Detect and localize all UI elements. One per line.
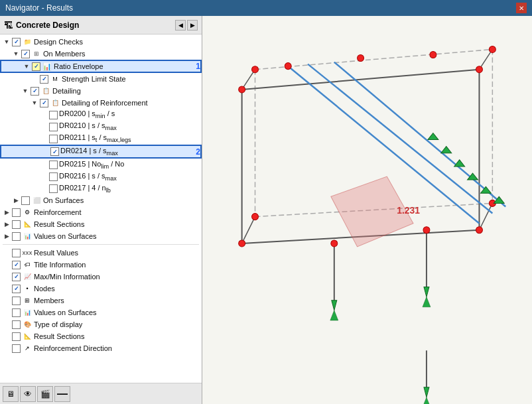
checkbox-members[interactable]: [12, 297, 21, 305]
tree-item-dr0214[interactable]: DR0214 | s / smax 2: [0, 145, 202, 159]
svg-point-34: [285, 63, 291, 70]
expand-dr0217: [40, 184, 48, 192]
result-sections2-icon: 📐: [22, 332, 33, 341]
tree-item-dr0217[interactable]: DR0217 | 4 / nlb: [0, 182, 202, 194]
checkbox-values-surfaces2[interactable]: [12, 308, 21, 317]
svg-point-29: [239, 86, 245, 93]
tree-item-dr0215[interactable]: DR0215 | Nolim / No: [0, 159, 202, 170]
label-values-surfaces2: Values on Surfaces: [34, 308, 202, 316]
checkbox-on-members[interactable]: [21, 50, 30, 58]
label-strength: Strength Limit State: [62, 75, 202, 83]
tree-item-reinforcement[interactable]: ⚙ Reinforcement: [0, 206, 202, 218]
expand-detailing[interactable]: [21, 87, 29, 95]
design-check-icon: 📊: [42, 62, 52, 71]
expand-on-members[interactable]: [12, 50, 20, 58]
expand-design-checks[interactable]: [3, 38, 11, 46]
svg-point-44: [423, 227, 430, 234]
tree-item-members[interactable]: ⊞ Members: [0, 295, 202, 306]
checkbox-ratio-envelope[interactable]: [32, 62, 40, 71]
strength-icon: M: [50, 74, 60, 84]
label-result-sections: Result Sections: [34, 220, 202, 228]
tree-item-type-display[interactable]: 🎨 Type of display: [0, 318, 202, 330]
expand-result-sections[interactable]: [3, 220, 11, 228]
tree-item-dr0216[interactable]: DR0216 | s / smax: [0, 170, 202, 182]
close-button[interactable]: ✕: [516, 3, 527, 13]
tree-item-title-info[interactable]: 🏷 Title Information: [0, 259, 202, 271]
tree-item-values-surfaces2[interactable]: 📊 Values on Surfaces: [0, 306, 202, 318]
checkbox-dr0211[interactable]: [49, 135, 58, 143]
checkbox-result-values[interactable]: [12, 249, 21, 257]
tree-item-on-surfaces[interactable]: ⬜ On Surfaces: [0, 194, 202, 206]
toolbar-video-button[interactable]: 🎬: [37, 386, 53, 402]
badge-2: 2: [196, 147, 200, 157]
label-values-surfaces: Values on Surfaces: [34, 232, 202, 240]
checkbox-nodes[interactable]: [12, 285, 21, 293]
label-reinf-direction: Reinforcement Direction: [34, 344, 202, 352]
tree-item-detailing[interactable]: 📋 Detailing: [0, 85, 202, 97]
expand-reinf-direction: [3, 344, 11, 352]
expand-on-surfaces[interactable]: [12, 196, 20, 204]
svg-point-32: [476, 227, 483, 234]
checkbox-on-surfaces[interactable]: [21, 196, 30, 205]
tree-item-detailing-reinf[interactable]: 📋 Detailing of Reinforcement: [0, 97, 202, 109]
panel-header: 🏗 Concrete Design ◀ ▶: [0, 16, 202, 34]
checkbox-dr0216[interactable]: [49, 172, 58, 181]
checkbox-detailing[interactable]: [31, 87, 39, 96]
label-dr0215: DR0215 | Nolim / No: [59, 160, 202, 170]
expand-values-surfaces[interactable]: [3, 232, 11, 240]
left-panel: 🏗 Concrete Design ◀ ▶ 📁 Design Checks ⊞: [0, 16, 202, 404]
toolbar-line-button[interactable]: —: [54, 386, 70, 402]
tree-item-dr0210[interactable]: DR0210 | s / smax: [0, 121, 202, 133]
checkbox-result-sections[interactable]: [12, 220, 21, 229]
toolbar-screen-button[interactable]: 🖥: [3, 386, 19, 402]
tree-item-design-checks[interactable]: 📁 Design Checks: [0, 36, 202, 48]
checkbox-dr0214[interactable]: [50, 147, 59, 156]
checkbox-dr0217[interactable]: [49, 184, 58, 193]
checkbox-design-checks[interactable]: [12, 38, 21, 46]
reinforcement-icon: ⚙: [22, 208, 33, 217]
expand-reinforcement[interactable]: [3, 208, 11, 216]
checkbox-type-display[interactable]: [12, 320, 21, 329]
label-ratio-envelope: Ratio Envelope: [54, 62, 192, 70]
checkbox-dr0210[interactable]: [49, 123, 58, 131]
checkbox-dr0200[interactable]: [49, 111, 58, 119]
tree-item-dr0211[interactable]: DR0211 | st / smax,legs: [0, 133, 202, 145]
expand-dr0215: [40, 161, 48, 168]
svg-point-31: [239, 240, 245, 247]
expand-result-sections2: [3, 332, 11, 340]
label-dr0211: DR0211 | st / smax,legs: [59, 133, 202, 143]
label-title-info: Title Information: [34, 261, 202, 269]
checkbox-dr0215[interactable]: [49, 161, 58, 169]
checkbox-title-info[interactable]: [12, 261, 21, 269]
values-surfaces-icon: 📊: [22, 232, 33, 241]
checkbox-detailing-reinf[interactable]: [40, 99, 48, 107]
tree-item-strength[interactable]: M Strength Limit State: [0, 73, 202, 85]
tree-item-on-members[interactable]: ⊞ On Members: [0, 48, 202, 60]
checkbox-maxmin-info[interactable]: [12, 273, 21, 281]
tree-item-values-surfaces[interactable]: 📊 Values on Surfaces: [0, 230, 202, 242]
tree-item-ratio-envelope[interactable]: 📊 Ratio Envelope 1: [0, 60, 202, 73]
reinf-direction-icon: ↗: [22, 344, 33, 353]
tree-item-dr0200[interactable]: DR0200 | smin / s: [0, 109, 202, 121]
nodes-icon: •: [22, 284, 33, 293]
tree-item-maxmin-info[interactable]: 📈 Max/Min Information: [0, 271, 202, 283]
toolbar-view-button[interactable]: 👁: [20, 386, 36, 402]
tree-item-nodes[interactable]: • Nodes: [0, 283, 202, 295]
expand-detailing-reinf[interactable]: [31, 99, 38, 107]
checkbox-reinf-direction[interactable]: [12, 344, 21, 353]
tree-item-result-sections[interactable]: 📐 Result Sections: [0, 218, 202, 230]
label-dr0214: DR0214 | s / smax: [60, 147, 192, 157]
nav-back-button[interactable]: ◀: [175, 20, 186, 31]
tree-item-reinf-direction[interactable]: ↗ Reinforcement Direction: [0, 342, 202, 354]
tree-item-result-sections2[interactable]: 📐 Result Sections: [0, 330, 202, 342]
expand-ratio-envelope[interactable]: [23, 62, 31, 70]
checkbox-reinforcement[interactable]: [12, 208, 21, 217]
tree-item-result-values[interactable]: xxx Result Values: [0, 247, 202, 259]
checkbox-values-surfaces[interactable]: [12, 232, 21, 241]
checkbox-result-sections2[interactable]: [12, 332, 21, 341]
title-bar-text: Navigator - Results: [5, 3, 73, 13]
label-detailing-reinf: Detailing of Reinforcement: [62, 99, 202, 107]
nav-forward-button[interactable]: ▶: [187, 20, 198, 31]
checkbox-strength[interactable]: [40, 75, 48, 84]
expand-values-surfaces2: [3, 308, 11, 316]
